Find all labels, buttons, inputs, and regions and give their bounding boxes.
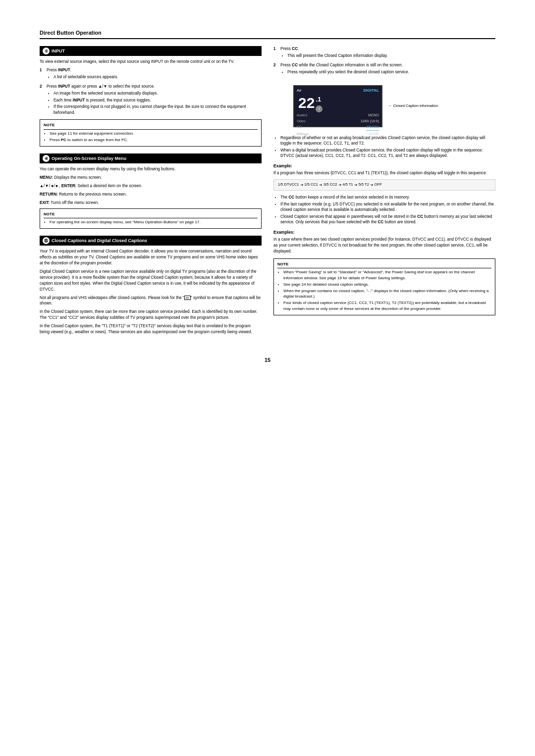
tv-screen: Air DIGITAL 22 .1 i Audio1 [293,85,382,127]
example1-text: If a program has three services (DTVCC, … [273,170,495,176]
input-step-1: 1 Press INPUT. A list of selectable sour… [40,67,262,82]
osd-body-nav: ▲/▼/◄/►, ENTER: Select a desired item on… [40,183,262,189]
tv-audio-row: Audio1 MONO [294,112,381,118]
cc-after-tv-bullets: Regardless of whether or not an analog b… [280,135,495,159]
input-badge: ① [43,48,50,54]
seq-item-6: OFF [374,182,382,188]
tv-video-row: Video 1080i (16:9) [294,118,381,124]
input-note-bullet1: See page 11 for external equipment conne… [50,131,258,136]
tv-icon: i [316,105,322,112]
input-intro: To view external source images, select t… [40,59,262,65]
input-section-header: ① INPUT [40,46,262,56]
cc-section-header: ⑮ Closed Captions and Digital Closed Cap… [40,236,262,246]
input-step2-text: Press INPUT again or press ▲/▼ to select… [47,84,155,89]
osd-body-return: RETURN: Returns to the previous menu scr… [40,192,262,198]
cc-bullet-digital: When a digital broadcast provides Closed… [280,148,495,159]
input-step2-bullets: An image from the selected source automa… [54,91,262,115]
cc-para1: Your TV is equipped with an internal Clo… [40,249,262,266]
cc-step2-bullets: Press repeatedly until you select the de… [287,69,409,75]
right-note-bullet2: See page 24 for detailed closed caption … [283,282,491,287]
middle-bullet1: The CC button keeps a record of the last… [280,195,495,200]
cc-steps-body: 1 Press CC. This will present the Closed… [273,46,495,315]
cc-badge: ⑮ [43,237,50,244]
osd-section-body: You can operate the on-screen display me… [40,166,262,229]
right-note: NOTE When "Power Saving" is set to "Stan… [273,258,495,315]
cc-header-label: Closed Captions and Digital Closed Capti… [52,238,147,243]
cc-para3: Not all programs and VHS videotapes offe… [40,295,262,307]
cc-step-1: 1 Press CC. This will present the Closed… [273,46,495,60]
left-column: ① INPUT To view external source images, … [40,46,262,342]
input-header-label: INPUT [52,49,65,53]
example1-label: Example: [273,163,495,169]
input-step1-text: Press INPUT. [47,68,71,72]
cc-step1-text: Press CC. [280,47,299,51]
tv-channel-number: 22 [298,96,315,110]
seq-item-1: 1/5 DTVCC1 [278,182,299,188]
seq-item-5: 5/5 T2 [359,182,369,188]
tv-channel-sub: .1 [316,95,322,104]
middle-bullets: The CC button keeps a record of the last… [280,195,495,225]
osd-body-exit: EXIT: Turns off the menu screen. [40,200,262,206]
middle-bullet2: If the last caption mode (e.g. 1/5 DTVCC… [280,202,495,213]
tv-digital-label: DIGITAL [364,88,379,94]
cc-para2: Digital Closed Caption service is a new … [40,269,262,293]
osd-note: NOTE For operating the on-screen display… [40,208,262,229]
cc-step2-text: Press CC while the Closed Caption inform… [280,63,403,67]
page-title: Direct Button Operation [40,30,495,39]
tv-air-label: Air [297,88,302,94]
input-step1-bullets: A list of selectable sources appears. [54,74,118,80]
tv-ratings-row: Ratings NONE [294,131,381,137]
osd-section-header: ④ Operating On-Screen Display Menu [40,153,262,163]
input-note-bullet2: Press PC to switch to an image from the … [50,137,258,143]
sequence-diagram: 1/5 DTVCC1 ➜ 2/5 CC1 ➜ 3/5 CC2 ➜ 4/5 T1 … [273,179,495,191]
cc-info-label: ← Closed Caption information [388,103,438,108]
cc-step1-bullets: This will present the Closed Caption inf… [287,53,388,58]
input-step2-bullet3: If the corresponding input is not plugge… [54,104,262,115]
middle-bullet3: Closed Caption services that appear in p… [280,214,495,225]
seq-item-2: 2/5 CC1 [305,182,319,188]
right-note-bullet1: When "Power Saving" is set to "Standard"… [283,269,491,280]
right-column: 1 Press CC. This will present the Closed… [273,46,495,342]
right-note-bullet4: Four kinds of closed caption service (CC… [283,300,491,311]
input-note: NOTE See page 11 for external equipment … [40,119,262,147]
osd-body-menu: MENU: Displays the menu screen. [40,175,262,181]
right-note-bullet3: When the program contains no closed capt… [283,288,491,299]
tv-display-wrapper: Air DIGITAL 22 .1 i Audio1 [283,81,495,131]
cc-para5: In the Closed Caption system, the "T1 (T… [40,323,262,335]
input-step2-bullet2: Each time INPUT is pressed, the input so… [54,98,262,103]
tv-cc-row: CC 2/5 CC1 [294,124,381,131]
examples2-text: In a case where there are two closed cap… [273,237,495,254]
cc-step1-bullet1: This will present the Closed Caption inf… [287,53,388,58]
osd-intro: You can operate the on-screen display me… [40,166,262,172]
cc-step-2: 2 Press CC while the Closed Caption info… [273,62,495,77]
seq-item-3: 3/5 CC2 [323,182,337,188]
osd-header-label: Operating On-Screen Display Menu [52,156,126,161]
osd-note-bullet1: For operating the on-screen display menu… [50,219,258,225]
cc-para4: In the Closed Caption system, there can … [40,309,262,321]
page-number: 15 [40,357,495,363]
examples2-section: Examples: In a case where there are two … [273,229,495,254]
input-step1-bullet1: A list of selectable sources appears. [54,74,118,80]
input-section-body: To view external source images, select t… [40,59,262,147]
examples2-label: Examples: [273,229,495,235]
cc-step2-bullet1: Press repeatedly until you select the de… [287,69,409,75]
cc-section-body: Your TV is equipped with an internal Clo… [40,249,262,335]
seq-item-4: 4/5 T1 [343,182,353,188]
osd-badge: ④ [43,155,50,162]
input-step2-bullet1: An image from the selected source automa… [54,91,262,96]
example1-section: Example: If a program has three services… [273,163,495,191]
input-step-2: 2 Press INPUT again or press ▲/▼ to sele… [40,84,262,117]
